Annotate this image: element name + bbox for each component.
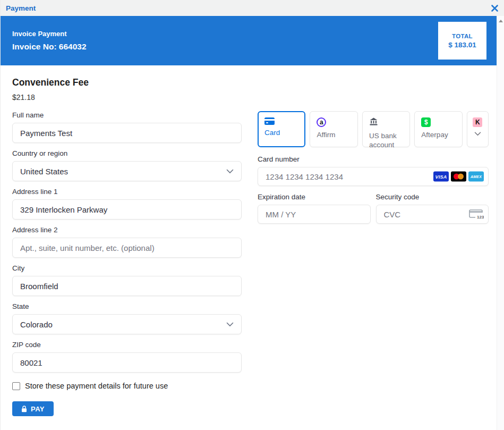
dialog-title: Payment [6, 4, 36, 12]
vertical-scrollbar[interactable] [497, 16, 504, 430]
zip-field[interactable] [12, 352, 242, 373]
dialog-titlebar: Payment [1, 0, 504, 16]
country-label: Country or region [12, 149, 242, 157]
store-details-label: Store these payment details for future u… [25, 382, 168, 390]
card-icon [264, 117, 275, 125]
visa-icon: VISA [433, 172, 449, 182]
tab-card-label: Card [264, 129, 303, 138]
address1-field[interactable] [12, 199, 242, 220]
expiry-label: Expiration date [258, 193, 371, 201]
afterpay-icon: $ [421, 117, 431, 127]
total-label: TOTAL [452, 33, 473, 39]
tab-klarna-more[interactable]: K [467, 111, 489, 147]
tab-afterpay[interactable]: $ Afterpay [414, 111, 462, 147]
full-name-label: Full name [12, 111, 242, 119]
state-label: State [12, 302, 242, 310]
tab-card[interactable]: Card [258, 111, 305, 147]
mastercard-icon [451, 172, 466, 182]
city-field[interactable] [12, 276, 242, 296]
invoice-banner: Invoice Payment Invoice No: 664032 TOTAL… [1, 16, 497, 65]
country-selected-value: United States [20, 167, 68, 176]
full-name-field[interactable] [12, 123, 242, 143]
invoice-info: Invoice Payment Invoice No: 664032 [12, 30, 87, 52]
chevron-down-icon [226, 322, 234, 327]
state-select[interactable]: Colorado [12, 314, 242, 334]
expiry-field[interactable] [258, 205, 371, 224]
bank-icon [369, 117, 378, 126]
tab-affirm[interactable]: a Affirm [310, 111, 357, 147]
tab-us-bank-label: US bank account [369, 132, 407, 150]
invoice-number: Invoice No: 664032 [12, 42, 87, 52]
tab-us-bank-account[interactable]: US bank account [362, 111, 410, 147]
invoice-payment-title: Invoice Payment [12, 30, 87, 38]
chevron-down-icon [226, 169, 234, 174]
total-box: TOTAL $ 183.01 [438, 22, 486, 60]
card-brand-badges: VISA AMEX [433, 172, 484, 182]
scroll-up-arrow-icon[interactable] [499, 20, 503, 22]
payment-element: Card a Affirm US bank account $ Afterpay [258, 111, 489, 416]
amex-icon: AMEX [468, 172, 484, 182]
total-amount: $ 183.01 [448, 41, 476, 49]
payment-dialog: Payment Invoice Payment Invoice No: 6640… [0, 0, 504, 430]
store-details-checkbox[interactable] [12, 382, 20, 390]
affirm-icon: a [317, 117, 326, 127]
card-number-label: Card number [258, 155, 489, 163]
city-label: City [12, 264, 242, 272]
convenience-fee-amount: $21.18 [12, 93, 489, 102]
zip-label: ZIP code [12, 341, 242, 349]
address2-label: Address line 2 [12, 226, 242, 234]
payment-form-content: Convenience Fee $21.18 Full name Country… [1, 65, 497, 416]
country-select[interactable]: United States [12, 161, 242, 181]
address1-label: Address line 1 [12, 188, 242, 196]
pay-button-label: PAY [31, 405, 45, 413]
tab-affirm-label: Affirm [317, 131, 355, 140]
state-selected-value: Colorado [20, 320, 53, 329]
payment-method-tabs: Card a Affirm US bank account $ Afterpay [258, 111, 489, 147]
klarna-icon: K [473, 117, 482, 127]
billing-address-form: Full name Country or region United State… [12, 111, 242, 416]
address2-field[interactable] [12, 238, 242, 258]
close-icon[interactable] [490, 3, 499, 13]
pay-button[interactable]: PAY [12, 401, 54, 416]
chevron-down-icon [474, 132, 481, 136]
convenience-fee-title: Convenience Fee [12, 77, 489, 88]
tab-afterpay-label: Afterpay [421, 131, 459, 140]
lock-icon [21, 406, 27, 412]
store-details-row[interactable]: Store these payment details for future u… [12, 382, 242, 390]
svg-text:123: 123 [477, 215, 484, 220]
cvc-label: Security code [376, 193, 489, 201]
cvc-card-icon: 123 [468, 208, 484, 220]
